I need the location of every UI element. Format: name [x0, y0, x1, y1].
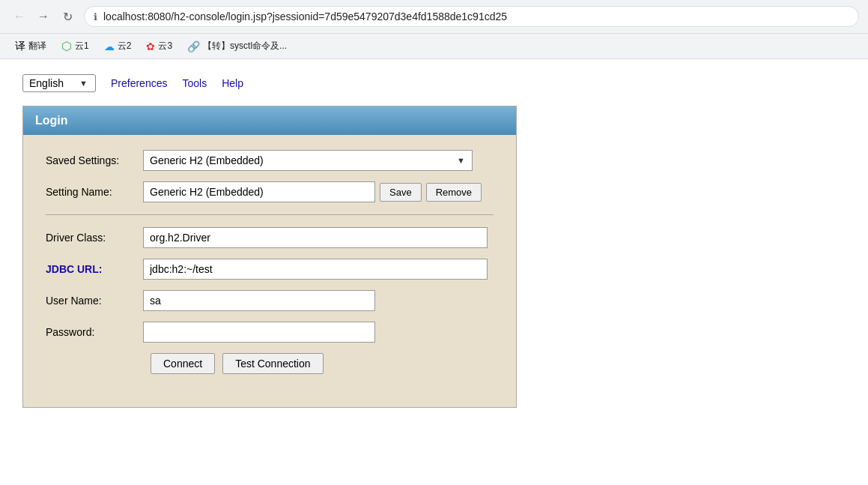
driver-class-label: Driver Class:: [46, 232, 143, 244]
tools-link[interactable]: Tools: [182, 77, 207, 89]
saved-settings-dropdown[interactable]: Generic H2 (Embedded) Generic H2 (Server…: [143, 150, 473, 171]
nav-buttons: ← → ↻: [9, 6, 78, 27]
sysctl-icon: 🔗: [187, 40, 200, 52]
driver-class-row: Driver Class:: [46, 227, 494, 248]
cloud2-icon: ☁: [104, 40, 115, 52]
divider: [46, 214, 494, 215]
translate-icon: 译: [15, 40, 25, 53]
bookmark-label-sysctl: 【转】sysctl命令及...: [203, 40, 287, 52]
bookmark-cloud2[interactable]: ☁ 云2: [98, 37, 138, 55]
language-selector[interactable]: English 中文 Deutsch French: [22, 74, 96, 92]
cloud1-icon: ⬡: [61, 39, 72, 53]
login-body: Saved Settings: Generic H2 (Embedded) Ge…: [23, 135, 516, 407]
connect-row: Connect Test Connection: [46, 353, 494, 374]
setting-name-label: Setting Name:: [46, 186, 143, 198]
cloud3-icon: ✿: [146, 40, 155, 52]
user-name-row: User Name:: [46, 290, 494, 311]
address-bar: ℹ: [84, 6, 859, 27]
jdbc-url-row: JDBC URL:: [46, 259, 494, 280]
jdbc-url-input[interactable]: [143, 259, 488, 280]
reload-button[interactable]: ↻: [57, 6, 78, 27]
setting-name-input[interactable]: [143, 181, 375, 202]
connect-button[interactable]: Connect: [151, 353, 215, 374]
password-row: Password:: [46, 322, 494, 343]
top-nav: English 中文 Deutsch French Preferences To…: [22, 74, 846, 92]
password-label: Password:: [46, 326, 143, 338]
bookmark-label-cloud2: 云2: [118, 40, 132, 52]
user-name-label: User Name:: [46, 295, 143, 307]
help-link[interactable]: Help: [222, 77, 243, 89]
saved-settings-row: Saved Settings: Generic H2 (Embedded) Ge…: [46, 150, 494, 171]
login-title: Login: [35, 114, 68, 127]
jdbc-url-label: JDBC URL:: [46, 263, 143, 275]
remove-button[interactable]: Remove: [426, 183, 482, 202]
browser-toolbar: ← → ↻ ℹ: [0, 0, 868, 33]
back-button[interactable]: ←: [9, 6, 30, 27]
setting-name-controls: Save Remove: [143, 181, 482, 202]
bookmark-label-cloud1: 云1: [75, 40, 89, 52]
lock-icon: ℹ: [94, 11, 97, 22]
language-dropdown[interactable]: English 中文 Deutsch French: [29, 77, 89, 89]
driver-class-input[interactable]: [143, 227, 488, 248]
connect-buttons: Connect Test Connection: [151, 353, 324, 374]
save-button[interactable]: Save: [380, 183, 422, 202]
setting-name-row: Setting Name: Save Remove: [46, 181, 494, 202]
page-content: English 中文 Deutsch French Preferences To…: [0, 59, 868, 423]
browser-chrome: ← → ↻ ℹ 译 翻译 ⬡ 云1 ☁ 云2 ✿ 云3 🔗 【转】sysctl命…: [0, 0, 868, 59]
saved-settings-label: Saved Settings:: [46, 154, 143, 166]
bookmark-label-translate: 翻译: [28, 40, 46, 52]
bookmark-translate[interactable]: 译 翻译: [9, 37, 52, 55]
url-input[interactable]: [103, 10, 849, 22]
bookmark-cloud1[interactable]: ⬡ 云1: [55, 37, 95, 55]
login-header: Login: [23, 106, 516, 135]
password-input[interactable]: [143, 322, 375, 343]
test-connection-button[interactable]: Test Connection: [222, 353, 323, 374]
preferences-link[interactable]: Preferences: [111, 77, 167, 89]
bookmarks-bar: 译 翻译 ⬡ 云1 ☁ 云2 ✿ 云3 🔗 【转】sysctl命令及...: [0, 33, 868, 58]
bookmark-cloud3[interactable]: ✿ 云3: [140, 37, 178, 55]
user-name-input[interactable]: [143, 290, 375, 311]
saved-settings-wrapper: Generic H2 (Embedded) Generic H2 (Server…: [143, 150, 473, 171]
bookmark-sysctl[interactable]: 🔗 【转】sysctl命令及...: [181, 37, 293, 55]
bookmark-label-cloud3: 云3: [158, 40, 172, 52]
forward-button[interactable]: →: [33, 6, 54, 27]
login-panel: Login Saved Settings: Generic H2 (Embedd…: [22, 106, 517, 408]
